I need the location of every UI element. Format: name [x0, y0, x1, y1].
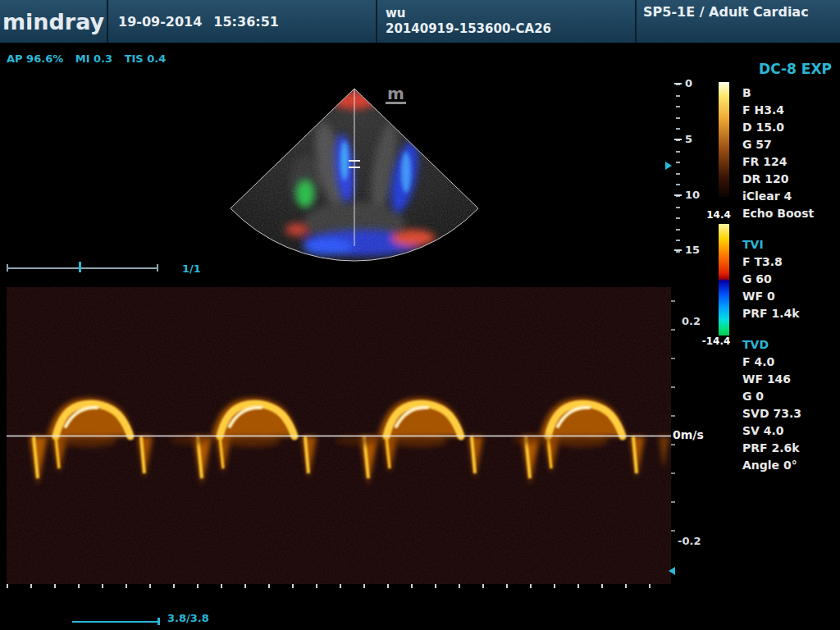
depth-label-5: 5: [685, 133, 692, 145]
param-line: Angle 0°: [741, 457, 840, 474]
time-text: 15:36:51: [213, 14, 279, 30]
b-mode-params: B F H3.4 D 15.0 G 57 FR 124 DR 120 iClea…: [741, 84, 840, 222]
param-line: F H3.4: [741, 102, 840, 119]
color-scale-min: -14.4: [700, 336, 733, 347]
depth-label-15: 15: [685, 244, 700, 256]
depth-tick-0: [674, 83, 682, 84]
acoustic-output-status: AP 96.6% MI 0.3 TIS 0.4: [7, 52, 174, 65]
tvi-color-map-bar: [719, 224, 729, 336]
velocity-label-baseline: 0m/s: [673, 428, 704, 441]
focus-position-marker[interactable]: [665, 162, 672, 170]
probe-label: SP5-1E / Adult Cardiac: [643, 4, 809, 20]
patient-id: 20140919-153600-CA26: [386, 21, 635, 37]
depth-tick-5: [674, 139, 682, 140]
tvd-params: TVD F 4.0 WF 146 G 0 SVD 73.3 SV 4.0 PRF…: [741, 336, 840, 474]
depth-ruler-minor-ticks: [676, 84, 680, 254]
b-mode-gray-map-bar: [719, 82, 729, 197]
sweep-time-counter: 3.8/3.8: [167, 612, 209, 624]
param-line: PRF 1.4k: [741, 305, 840, 322]
param-line: DR 120: [741, 171, 840, 188]
patient-segment: wu 20140919-153600-CA26: [377, 0, 637, 43]
param-line: G 57: [741, 136, 840, 153]
frame-counter: 1/1: [182, 262, 201, 275]
depth-label-0: 0: [685, 77, 692, 89]
param-line: SV 4.0: [741, 422, 840, 440]
logo-segment: mindray: [0, 0, 108, 43]
patient-name: wu: [386, 6, 635, 21]
velocity-label-pos: 0.2: [682, 315, 701, 327]
velocity-label-neg: -0.2: [678, 535, 701, 547]
param-line: G 60: [741, 271, 840, 288]
velocity-axis-ticks: [671, 300, 675, 546]
depth-tick-15: [674, 249, 682, 251]
param-line: WF 0: [741, 288, 840, 305]
b-mode-sector-image: [207, 82, 502, 271]
cine-frame-marker[interactable]: [79, 262, 81, 272]
machine-model: DC-8 EXP: [741, 61, 840, 77]
depth-tick-10: [674, 194, 682, 196]
cine-progress-track[interactable]: [7, 267, 158, 269]
title-bar: mindray 19-09-2014 15:36:51 wu 20140919-…: [0, 0, 840, 43]
cine-track-end-tick: [157, 264, 158, 272]
param-line: G 0: [741, 388, 840, 405]
cine-track-start-tick: [7, 264, 8, 272]
parameter-panel: DC-8 EXP B F H3.4 D 15.0 G 57 FR 124 DR …: [741, 61, 840, 488]
b-mode-label: B: [741, 84, 840, 102]
tis-value: TIS 0.4: [125, 52, 167, 65]
depth-label-10: 10: [685, 189, 700, 201]
mi-value: MI 0.3: [75, 52, 112, 65]
tvi-params: TVI F T3.8 G 60 WF 0 PRF 1.4k: [741, 236, 840, 322]
param-line: WF 146: [741, 371, 840, 388]
color-scale-max: 14.4: [704, 209, 733, 221]
sweep-position-marker[interactable]: [669, 567, 675, 575]
param-line: D 15.0: [741, 119, 840, 136]
param-line: FR 124: [741, 153, 840, 171]
spectral-doppler-display: [7, 287, 671, 584]
param-line: F T3.8: [741, 253, 840, 271]
param-line: iClear 4: [741, 188, 840, 205]
datetime-segment: 19-09-2014 15:36:51: [108, 0, 377, 43]
param-line: Echo Boost: [741, 205, 840, 222]
tvd-label: TVD: [741, 336, 840, 354]
ultrasound-screen: mindray 19-09-2014 15:36:51 wu 20140919-…: [0, 0, 840, 630]
time-axis-ticks: [7, 584, 671, 588]
mindray-watermark: m: [386, 85, 406, 104]
param-line: PRF 2.6k: [741, 440, 840, 457]
loop-progress-bar[interactable]: [72, 621, 159, 623]
tvi-label: TVI: [741, 236, 840, 253]
mindray-logo: mindray: [2, 9, 104, 34]
param-line: SVD 73.3: [741, 405, 840, 422]
ap-value: AP 96.6%: [7, 52, 63, 65]
param-line: F 4.0: [741, 354, 840, 371]
probe-segment: SP5-1E / Adult Cardiac: [637, 0, 840, 43]
loop-progress-marker[interactable]: [158, 618, 160, 625]
date-text: 19-09-2014: [118, 14, 202, 30]
